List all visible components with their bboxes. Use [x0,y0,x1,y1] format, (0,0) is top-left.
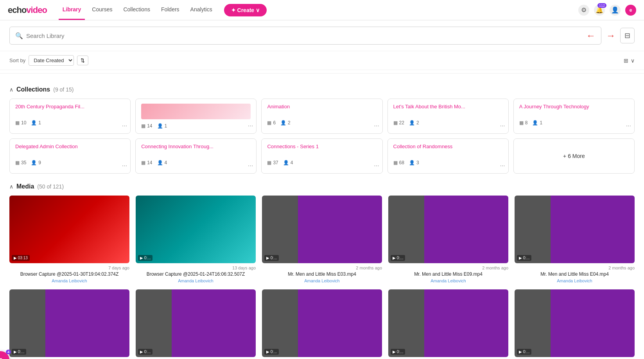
nav-folders[interactable]: Folders [157,0,183,20]
video-count: ▦ 68 [393,160,404,165]
nav-analytics[interactable]: Analytics [187,0,216,20]
video-count: ▦ 8 [519,120,528,126]
content-area: ∧ Collections (9 of 15) 20th Century Pro… [0,80,644,359]
collection-more-button[interactable]: ··· [122,122,127,129]
media-card[interactable]: ▶ 0:... 2 months ago Mr. Men and Little … [388,196,508,283]
video-count: ▦ 14 [141,123,152,129]
media-thumbnail: ▶ 03:13 [9,196,129,263]
media-card[interactable]: ▶ 0:... 2 months ago Mr. Men and Little … [515,196,635,283]
nav-collections[interactable]: Collections [119,0,154,20]
collections-more-card[interactable]: + 6 More [513,138,635,174]
play-icon: ▶ 0:... [391,349,405,355]
collection-card[interactable]: Let's Talk About the British Mo... ▦ 22 … [387,99,509,134]
notifications-icon[interactable]: 🔔 112 [594,5,605,16]
collection-more-button[interactable]: ··· [500,122,505,129]
video-icon: ▦ [15,160,20,165]
video-count: ▦ 14 [141,160,152,165]
media-card[interactable]: ▶ 0:... 2 months ago Mr. Men and Little … [262,196,382,283]
media-card[interactable]: ▶ 0:... [262,289,382,359]
collection-stats: ▦ 14 👤 1 ··· [141,123,251,129]
video-count: ▦ 37 [267,160,278,165]
media-date: 2 months ago [262,266,382,270]
user-count: 👤 4 [157,160,167,165]
video-icon: ▦ [267,120,271,126]
collection-stats: ▦ 6 👤 2 ··· [267,120,377,126]
user-count: 👤 2 [409,120,419,126]
play-icon: ▶ 0:... [517,255,531,261]
app-logo[interactable]: echovideo [8,5,47,15]
search-input-wrap: 🔍 ← [9,27,601,45]
user-icon[interactable]: 👤 [610,5,621,16]
collection-name: 20th Century Propaganda Fil... [15,104,125,116]
collection-stats: ▦ 10 👤 1 ··· [15,120,125,126]
media-thumbnail: ▶ 0:... [262,196,382,263]
nav-courses[interactable]: Courses [88,0,116,20]
settings-icon[interactable]: ⚙ [578,5,589,16]
user-icon: 👤 [409,160,415,165]
divider [0,73,644,74]
media-card[interactable]: ▶ 0:... [9,289,129,359]
collection-name: Connections - Series 1 [267,144,377,156]
collection-more-button[interactable]: ··· [248,162,253,169]
play-icon: ▶ 0:... [517,349,531,355]
grid-view-icon: ⊞ [624,57,628,64]
user-count: 👤 1 [31,120,41,126]
user-icon: 👤 [280,120,286,126]
nav-library[interactable]: Library [59,0,85,20]
media-card[interactable]: ▶ 03:13 7 days ago Browser Capture @2025… [9,196,129,283]
video-count: ▦ 10 [15,120,26,126]
collection-card[interactable]: Collection of Randomness ▦ 68 👤 3 ··· [387,138,509,174]
collection-more-button[interactable]: ··· [248,122,253,129]
media-thumbnail: ▶ 0:... [136,289,256,357]
play-icon: ▶ 0:... [12,349,26,355]
nav-right-icons: ⚙ 🔔 112 👤 e [578,5,636,16]
video-count: ▦ 22 [393,120,404,126]
media-card[interactable]: ▶ 0:... [136,289,256,359]
collection-card[interactable]: Connections - Series 1 ▦ 37 👤 4 ··· [261,138,382,174]
echo-fab-badge: 4 [6,350,11,354]
sort-select[interactable]: Date Created [29,55,74,66]
media-toggle[interactable]: ∧ [9,183,13,190]
play-icon: ▶ 03:13 [12,255,30,261]
media-name: Mr. Men and Little Miss E09.mp4 [388,271,508,278]
media-thumbnail: ▶ 0:... [388,196,508,263]
collection-card[interactable]: Connecting Innovation Throug... ▦ 14 👤 4… [135,138,257,174]
video-icon: ▦ [15,120,20,126]
collection-card[interactable]: ▦ 14 👤 1 ··· [135,99,257,134]
media-name: Browser Capture @2025-01-30T19:04:02.374… [9,271,129,278]
collection-name: Delegated Admin Collection [15,144,125,156]
media-card[interactable]: ▶ 0:... 13 days ago Browser Capture @202… [136,196,256,283]
collection-card[interactable]: Delegated Admin Collection ▦ 35 👤 9 ··· [9,138,131,174]
nav-links: Library Courses Collections Folders Anal… [59,0,216,20]
echo-icon[interactable]: e [625,5,636,16]
echo-fab[interactable]: e 4 [0,351,9,359]
media-card[interactable]: ▶ 0:... [515,289,635,359]
video-icon: ▦ [393,160,398,165]
collections-toggle[interactable]: ∧ [9,86,13,93]
media-name: Mr. Men and Little Miss E03.mp4 [262,271,382,278]
video-icon: ▦ [519,120,524,126]
search-input[interactable] [26,32,583,39]
filter-button[interactable]: ⊟ [620,28,635,43]
search-bar-area: 🔍 ← → ⊟ [0,20,644,51]
collection-card[interactable]: A Journey Through Technology ▦ 8 👤 1 ··· [513,99,635,134]
collection-stats: ▦ 35 👤 9 ··· [15,160,125,165]
collection-more-button[interactable]: ··· [626,122,631,129]
media-author: Amanda Leibovich [9,278,129,283]
collection-more-button[interactable]: ··· [374,122,379,129]
collection-card[interactable]: 20th Century Propaganda Fil... ▦ 10 👤 1 … [9,99,131,134]
create-button[interactable]: ✦ Create ∨ [224,4,267,16]
collection-card[interactable]: Animation ▦ 6 👤 2 ··· [261,99,382,134]
media-card[interactable]: ▶ 0:... [388,289,508,359]
collection-more-button[interactable]: ··· [374,162,379,169]
collection-stats: ▦ 14 👤 4 ··· [141,160,251,165]
collection-more-button[interactable]: ··· [122,162,127,169]
user-icon: 👤 [157,160,163,165]
sort-order-button[interactable]: ⇅ [77,56,88,65]
collection-more-button[interactable]: ··· [500,162,505,169]
view-toggle[interactable]: ⊞ ∨ [624,57,635,64]
media-count: (50 of 121) [37,183,64,190]
media-author: Amanda Leibovich [262,278,382,283]
user-icon: 👤 [283,160,289,165]
collections-title: Collections [16,86,50,93]
